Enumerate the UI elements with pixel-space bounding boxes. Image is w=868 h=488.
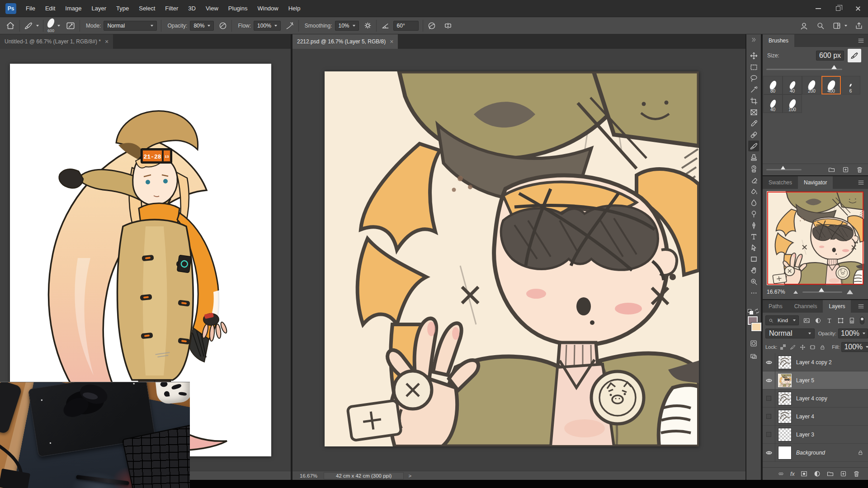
menu-help[interactable]: Help — [283, 0, 306, 17]
tool-type[interactable] — [748, 231, 759, 242]
menu-image[interactable]: Image — [60, 0, 86, 17]
screen-mode-button[interactable] — [748, 351, 759, 361]
tool-pen[interactable] — [748, 220, 759, 230]
airbrush-button[interactable] — [285, 21, 294, 30]
brush-preset-selected[interactable]: 400 — [821, 76, 841, 94]
blend-mode-dropdown[interactable]: Normal — [104, 21, 157, 31]
layer-style-fx-button[interactable]: fx — [790, 471, 795, 477]
new-brush-icon[interactable] — [842, 166, 849, 174]
menu-3d[interactable]: 3D — [183, 0, 201, 17]
layer-name[interactable]: Layer 4 copy 2 — [796, 359, 832, 366]
background-color-swatch[interactable] — [751, 323, 761, 331]
tool-eyedropper[interactable] — [748, 118, 759, 129]
filter-type-icon[interactable] — [826, 317, 833, 324]
menu-filter[interactable]: Filter — [160, 0, 183, 17]
collapse-panel-icon[interactable] — [750, 37, 757, 42]
layer-row[interactable]: Layer 4 copy 2 — [763, 353, 868, 371]
close-button[interactable] — [848, 0, 868, 17]
smoothing-dropdown[interactable]: 10% — [335, 21, 359, 31]
brush-preset-picker[interactable]: 600 — [47, 18, 60, 33]
layer-row[interactable]: Layer 4 copy — [763, 389, 868, 408]
visibility-toggle[interactable] — [763, 426, 775, 444]
lock-paint-icon[interactable] — [790, 344, 796, 350]
tool-blur[interactable] — [748, 197, 759, 208]
menu-select[interactable]: Select — [134, 0, 160, 17]
lock-all-icon[interactable] — [820, 344, 826, 350]
visibility-toggle[interactable] — [763, 389, 775, 408]
brush-preset[interactable]: 40 — [763, 94, 783, 113]
new-group-icon[interactable] — [826, 470, 834, 478]
layer-name[interactable]: Layer 4 copy — [796, 395, 827, 402]
navigator-view-box[interactable] — [767, 192, 863, 285]
tool-path-selection[interactable] — [748, 242, 759, 253]
swap-colors-icon[interactable] — [754, 308, 760, 314]
document-tab-untitled[interactable]: Untitled-1 @ 66.7% (Layer 1, RGB/8#) * × — [0, 34, 113, 49]
layer-thumbnail[interactable] — [778, 392, 792, 405]
lock-transparency-icon[interactable] — [780, 344, 786, 350]
close-tab-icon[interactable]: × — [105, 38, 108, 45]
tool-rectangle[interactable] — [748, 253, 759, 264]
layer-row-selected[interactable]: Layer 5 — [763, 371, 868, 389]
layer-thumbnail[interactable] — [778, 410, 792, 423]
workspace-switcher[interactable] — [832, 21, 847, 30]
tab-channels[interactable]: Channels — [788, 300, 823, 313]
brush-preset[interactable]: 200 — [802, 76, 821, 94]
tool-object-selection[interactable] — [748, 84, 759, 95]
layer-name[interactable]: Background — [796, 450, 825, 456]
tool-rectangular-marquee[interactable] — [748, 61, 759, 72]
tool-frame[interactable] — [748, 107, 759, 117]
panel-menu-icon[interactable] — [858, 180, 864, 185]
search-icon[interactable] — [816, 21, 825, 30]
tool-dodge[interactable] — [748, 208, 759, 219]
tool-hand[interactable] — [748, 265, 759, 276]
zoom-in-mountain-icon[interactable] — [847, 290, 853, 294]
tool-clone-stamp[interactable] — [748, 152, 759, 163]
filter-toggle[interactable] — [860, 317, 864, 324]
layer-opacity-field[interactable]: 100% — [838, 328, 868, 338]
tool-zoom[interactable] — [748, 276, 759, 287]
brush-preset[interactable]: 80 — [763, 76, 783, 94]
visibility-toggle[interactable] — [763, 408, 775, 426]
brush-angle-control[interactable]: 60° — [381, 21, 419, 31]
home-button[interactable] — [5, 21, 15, 31]
flow-dropdown[interactable]: 100% — [254, 21, 281, 31]
layer-name[interactable]: Layer 5 — [796, 377, 814, 384]
filter-adjustment-icon[interactable] — [815, 317, 821, 324]
lock-position-icon[interactable] — [800, 344, 806, 350]
close-tab-icon[interactable]: × — [390, 38, 393, 45]
tab-layers[interactable]: Layers — [823, 300, 851, 313]
layer-fill-field[interactable]: 100% — [841, 342, 868, 352]
visibility-toggle[interactable] — [763, 353, 775, 371]
status-zoom-field[interactable]: 16.67% — [300, 473, 317, 479]
tool-move[interactable] — [748, 50, 759, 61]
slider-thumb[interactable] — [819, 288, 824, 292]
filter-kind-dropdown[interactable]: Kind — [765, 315, 799, 325]
restore-button[interactable] — [828, 0, 848, 17]
brush-preset[interactable]: 40 — [783, 76, 802, 94]
status-chevron[interactable]: > — [408, 473, 411, 479]
brush-size-field[interactable]: 600 px — [816, 51, 844, 61]
pressure-size-button[interactable] — [427, 21, 436, 30]
zoom-out-mountain-icon[interactable] — [793, 291, 798, 294]
layer-row[interactable]: Layer 4 — [763, 408, 868, 426]
layer-thumbnail[interactable] — [778, 428, 792, 441]
lock-artboard-icon[interactable] — [810, 344, 816, 350]
add-mask-icon[interactable] — [800, 470, 808, 478]
tool-lasso[interactable] — [748, 73, 759, 84]
filter-smart-object-icon[interactable] — [849, 317, 855, 324]
opacity-pressure-button[interactable] — [218, 21, 227, 30]
menu-plugins[interactable]: Plugins — [223, 0, 253, 17]
slider-thumb[interactable] — [781, 166, 785, 169]
layer-row-background[interactable]: Background — [763, 444, 868, 462]
delete-layer-icon[interactable] — [853, 470, 860, 478]
adjustment-layer-icon[interactable] — [813, 470, 821, 478]
tool-brush[interactable] — [748, 141, 759, 151]
menu-layer[interactable]: Layer — [87, 0, 112, 17]
layer-thumbnail[interactable] — [778, 356, 792, 369]
navigator-preview[interactable] — [767, 191, 864, 285]
tool-edit-toolbar[interactable] — [748, 287, 759, 298]
angle-field[interactable]: 60° — [393, 21, 419, 31]
visibility-toggle[interactable] — [763, 371, 775, 389]
minimize-button[interactable] — [808, 0, 828, 17]
menu-edit[interactable]: Edit — [40, 0, 60, 17]
